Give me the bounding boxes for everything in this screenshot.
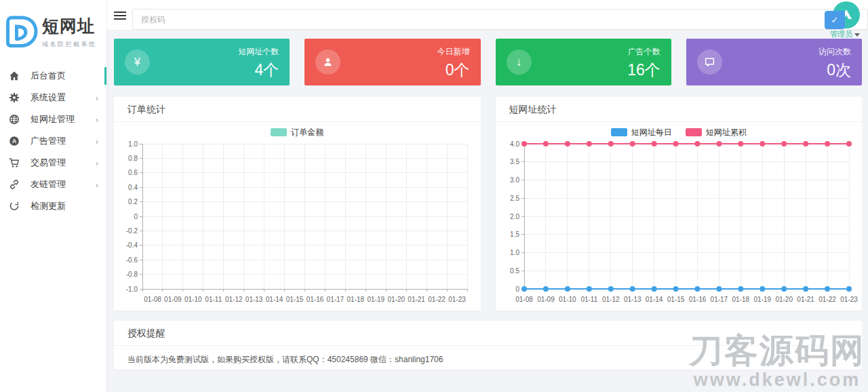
svg-text:01-12: 01-12 [601, 296, 619, 303]
legend-label: 短网址每日 [631, 127, 672, 138]
svg-text:01-08: 01-08 [515, 296, 533, 303]
svg-text:2.0: 2.0 [510, 213, 519, 220]
svg-text:01-12: 01-12 [225, 296, 243, 303]
svg-text:01-16: 01-16 [307, 296, 324, 303]
svg-text:1.5: 1.5 [510, 231, 519, 238]
chevron-down-icon [854, 33, 860, 37]
svg-text:0.5: 0.5 [510, 267, 519, 275]
svg-text:-0.6: -0.6 [126, 256, 138, 264]
legend-swatch [271, 128, 287, 136]
sidebar-item-label: 后台首页 [31, 70, 98, 82]
sidebar-item-trade-manage[interactable]: 交易管理 › [0, 152, 106, 174]
svg-text:01-19: 01-19 [367, 296, 384, 303]
svg-text:01-18: 01-18 [347, 296, 365, 303]
svg-text:01-21: 01-21 [408, 296, 425, 303]
cart-icon [9, 157, 20, 168]
stat-value: 4个 [238, 60, 279, 81]
svg-text:01-09: 01-09 [537, 296, 555, 303]
chart-legend: 短网址每日短网址累积 [500, 126, 859, 138]
svg-text:01-10: 01-10 [559, 296, 576, 303]
sidebar-item-ad-manage[interactable]: A 广告管理 › [0, 130, 106, 152]
chat-icon [697, 50, 722, 75]
svg-text:0.4: 0.4 [128, 184, 138, 191]
stat-label: 访问次数 [818, 46, 851, 58]
app-logo[interactable]: 短网址 域名防拦截系统 [0, 0, 106, 64]
yen-icon: ¥ [125, 50, 150, 75]
sidebar-item-check-update[interactable]: 检测更新 [0, 195, 106, 217]
shorturl-panel: 短网址统计 短网址每日短网址累积4.03.53.02.52.01.51.00.5… [496, 97, 863, 311]
stat-label: 广告个数 [627, 46, 660, 58]
sidebar-item-label: 友链管理 [31, 178, 96, 191]
svg-text:A: A [12, 138, 16, 144]
svg-text:01-22: 01-22 [428, 296, 446, 303]
sidebar-item-label: 交易管理 [31, 157, 96, 169]
panel-title: 授权提醒 [114, 321, 862, 346]
app-subtitle: 域名防拦截系统 [42, 40, 97, 49]
stat-label: 短网址个数 [238, 46, 279, 58]
panel-title: 订单统计 [114, 97, 481, 122]
svg-text:01-23: 01-23 [840, 296, 858, 303]
legend-item[interactable]: 短网址累积 [686, 127, 747, 138]
svg-text:-0.8: -0.8 [126, 271, 138, 278]
stat-label: 今日新增 [437, 46, 470, 58]
user-menu[interactable]: ✓ 管理员 [818, 0, 867, 41]
svg-text:01-10: 01-10 [184, 296, 202, 303]
svg-text:0.2: 0.2 [128, 198, 138, 205]
svg-text:01-09: 01-09 [164, 296, 182, 303]
gear-icon [9, 92, 20, 103]
chevron-right-icon: › [96, 115, 98, 124]
stat-cards: ¥ 短网址个数 4个 今日新增 0个 ↓ 广告个数 16个 [114, 39, 862, 85]
arrow-down-icon: ↓ [507, 50, 532, 75]
menu-toggle-icon[interactable] [114, 12, 126, 22]
svg-text:01-16: 01-16 [688, 296, 706, 303]
orders-chart: 订单金额1.00.80.60.40.20-0.2-0.4-0.6-0.8-1.0… [118, 126, 477, 309]
svg-text:1.0: 1.0 [128, 140, 138, 148]
chart-legend: 订单金额 [118, 126, 477, 138]
svg-text:-0.2: -0.2 [126, 227, 138, 235]
stat-card-shorturl-count: ¥ 短网址个数 4个 [114, 39, 290, 85]
svg-text:01-21: 01-21 [797, 296, 814, 303]
panel-title: 短网址统计 [496, 97, 863, 122]
svg-text:01-13: 01-13 [245, 296, 263, 303]
legend-item[interactable]: 订单金额 [271, 127, 323, 138]
stat-card-today-new: 今日新增 0个 [304, 39, 480, 85]
sidebar-item-label: 短网址管理 [31, 113, 96, 125]
svg-text:01-19: 01-19 [753, 296, 771, 303]
svg-text:01-11: 01-11 [580, 296, 597, 303]
legend-swatch [611, 128, 627, 136]
chevron-right-icon: › [96, 159, 98, 168]
svg-text:2.5: 2.5 [510, 195, 519, 202]
license-code-input[interactable] [132, 9, 868, 30]
sidebar-item-shorturl-manage[interactable]: 短网址管理 › [0, 109, 106, 130]
check-badge-icon: ✓ [825, 11, 845, 29]
svg-text:0.8: 0.8 [128, 155, 138, 162]
chevron-right-icon: › [96, 137, 98, 146]
sidebar-item-system-settings[interactable]: 系统设置 › [0, 87, 106, 109]
svg-text:01-22: 01-22 [818, 296, 836, 303]
legend-swatch [686, 128, 702, 136]
svg-text:0: 0 [134, 213, 138, 220]
stat-card-visit-count: 访问次数 0次 [686, 39, 862, 85]
svg-text:01-17: 01-17 [327, 296, 344, 303]
sidebar-item-dashboard[interactable]: 后台首页 [0, 65, 106, 87]
sidebar: 短网址 域名防拦截系统 后台首页 系统设置 › 短网址管理 › A [0, 0, 106, 392]
app-title: 短网址 [42, 15, 97, 37]
link-icon [9, 179, 20, 190]
app-logo-icon [3, 13, 41, 51]
chevron-right-icon: › [96, 94, 98, 102]
user-icon [315, 50, 340, 75]
ad-icon: A [9, 136, 20, 146]
main-content: ¥ 短网址个数 4个 今日新增 0个 ↓ 广告个数 16个 [106, 31, 868, 392]
svg-text:01-13: 01-13 [623, 296, 641, 303]
stat-value: 0个 [437, 60, 470, 81]
svg-text:4.0: 4.0 [510, 140, 519, 148]
svg-text:0: 0 [515, 286, 519, 293]
globe-icon [9, 114, 20, 125]
svg-text:-0.4: -0.4 [126, 241, 138, 249]
svg-text:01-18: 01-18 [732, 296, 749, 303]
svg-text:1.0: 1.0 [510, 249, 519, 256]
legend-item[interactable]: 短网址每日 [611, 127, 672, 138]
svg-text:0.6: 0.6 [128, 169, 138, 176]
sidebar-item-friendlink-manage[interactable]: 友链管理 › [0, 174, 106, 195]
user-name[interactable]: 管理员 [830, 29, 860, 39]
